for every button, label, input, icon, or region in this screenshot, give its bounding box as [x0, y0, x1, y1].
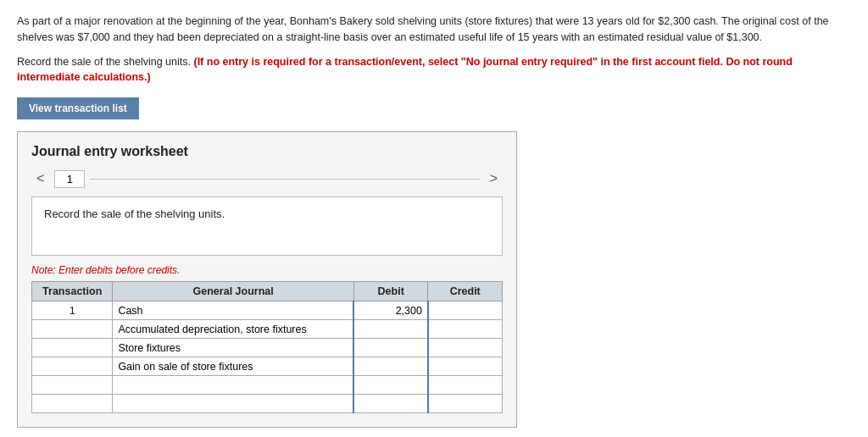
debit-cell[interactable]: [353, 320, 428, 339]
credit-cell[interactable]: [428, 301, 503, 320]
next-page-button[interactable]: >: [485, 169, 503, 188]
debit-input[interactable]: [359, 324, 422, 335]
credit-input[interactable]: [434, 342, 497, 354]
debit-cell[interactable]: [353, 395, 428, 413]
credit-cell[interactable]: [428, 395, 503, 413]
table-row: [32, 339, 503, 357]
journal-table: Transaction General Journal Debit Credit…: [31, 281, 503, 413]
col-header-general-journal: General Journal: [113, 282, 354, 301]
general-journal-cell[interactable]: [113, 357, 354, 376]
general-journal-cell[interactable]: [113, 376, 354, 395]
table-row: [32, 320, 503, 339]
general-journal-input[interactable]: [118, 361, 348, 373]
general-journal-cell[interactable]: [113, 395, 354, 413]
credit-input[interactable]: [434, 324, 497, 335]
debit-input[interactable]: [359, 361, 422, 373]
credit-input[interactable]: [434, 361, 497, 373]
transaction-num-cell: [32, 395, 113, 413]
general-journal-cell[interactable]: [113, 339, 354, 357]
page-number-input[interactable]: [54, 170, 85, 188]
general-journal-input[interactable]: [118, 342, 348, 354]
col-header-credit: Credit: [428, 282, 503, 301]
general-journal-cell[interactable]: [113, 301, 354, 320]
transaction-num-cell: [32, 320, 113, 339]
general-journal-input[interactable]: [118, 324, 348, 335]
view-transaction-button[interactable]: View transaction list: [17, 97, 139, 119]
table-row: 1: [32, 301, 503, 320]
credit-input[interactable]: [434, 379, 497, 391]
table-row: [32, 357, 503, 376]
general-journal-input[interactable]: [118, 379, 348, 391]
transaction-num-cell: [32, 376, 113, 395]
credit-input[interactable]: [434, 398, 497, 410]
credit-cell[interactable]: [428, 357, 503, 376]
general-journal-input[interactable]: [118, 305, 348, 317]
table-row: [32, 376, 503, 395]
note-text: Note: Enter debits before credits.: [31, 264, 503, 276]
instruction-prefix: Record the sale of the shelving units.: [17, 56, 193, 68]
worksheet-container: Journal entry worksheet < > Record the s…: [17, 131, 517, 428]
debit-cell[interactable]: [353, 301, 428, 320]
instruction-paragraph: Record the sale of the shelving units. (…: [17, 54, 848, 86]
nav-line: [90, 179, 479, 180]
debit-cell[interactable]: [353, 339, 428, 357]
nav-row: < >: [31, 169, 503, 188]
transaction-num-cell: 1: [32, 301, 113, 320]
debit-cell[interactable]: [353, 357, 428, 376]
debit-input[interactable]: [359, 398, 422, 410]
credit-cell[interactable]: [428, 320, 503, 339]
credit-cell[interactable]: [428, 376, 503, 395]
debit-input[interactable]: [359, 379, 422, 391]
col-header-debit: Debit: [353, 282, 428, 301]
task-description-box: Record the sale of the shelving units.: [31, 196, 503, 256]
general-journal-input[interactable]: [118, 398, 348, 410]
col-header-transaction: Transaction: [32, 282, 113, 301]
transaction-num-cell: [32, 357, 113, 376]
debit-input[interactable]: [359, 342, 422, 354]
table-row: [32, 395, 503, 413]
worksheet-title: Journal entry worksheet: [31, 144, 503, 159]
prev-page-button[interactable]: <: [31, 169, 49, 188]
debit-cell[interactable]: [353, 376, 428, 395]
transaction-num-cell: [32, 339, 113, 357]
intro-paragraph: As part of a major renovation at the beg…: [17, 14, 848, 46]
credit-input[interactable]: [434, 305, 497, 317]
task-description-text: Record the sale of the shelving units.: [44, 207, 225, 220]
debit-input[interactable]: [359, 305, 422, 317]
general-journal-cell[interactable]: [113, 320, 354, 339]
credit-cell[interactable]: [428, 339, 503, 357]
